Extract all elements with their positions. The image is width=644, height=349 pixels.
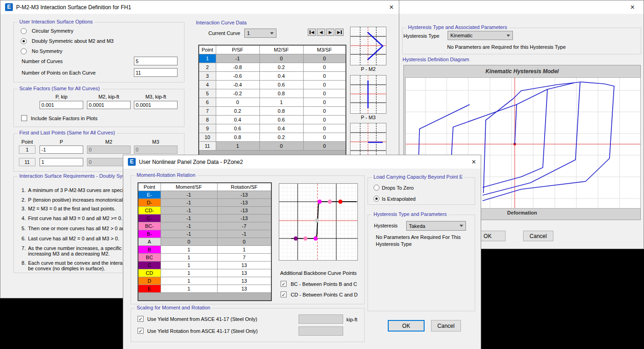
table-row[interactable]: 6010 (199, 98, 346, 107)
row-value-cell[interactable]: -1 (161, 222, 217, 230)
row-point-cell[interactable]: E- (138, 191, 161, 199)
hysteresis-window-titlebar[interactable] (396, 0, 644, 14)
row-value-cell[interactable]: -1 (161, 199, 217, 207)
row-value-cell[interactable]: 0 (303, 142, 346, 151)
hysteresis-type-select[interactable]: Kinematic (448, 31, 513, 40)
row-value-cell[interactable]: 0.6 (259, 81, 303, 89)
row-value-cell[interactable]: 0.8 (259, 107, 303, 116)
row-value-cell[interactable]: 0 (161, 238, 217, 246)
bc-points-checkbox[interactable]: ✓ (281, 281, 287, 287)
table-row[interactable]: CD113 (138, 269, 271, 277)
table-row[interactable]: E--1-13 (138, 191, 271, 199)
row-value-cell[interactable]: -0.8 (216, 63, 259, 72)
radio-drops-to-zero[interactable] (374, 185, 380, 191)
table-row[interactable]: C--1-13 (138, 215, 271, 222)
row-value-cell[interactable]: 0.2 (216, 107, 259, 116)
row-value-cell[interactable]: 0 (217, 238, 271, 246)
row-value-cell[interactable]: 1 (217, 246, 271, 254)
row-point-cell[interactable]: 4 (199, 81, 216, 89)
cd-points-checkbox[interactable]: ✓ (281, 291, 287, 297)
row-value-cell[interactable]: 1 (161, 277, 217, 285)
row-value-cell[interactable]: 0.4 (216, 116, 259, 124)
row-value-cell[interactable]: 0 (303, 124, 346, 133)
row-value-cell[interactable]: 0.6 (216, 124, 259, 133)
row-value-cell[interactable]: -0.2 (216, 89, 259, 98)
num-points-input[interactable]: 11 (134, 68, 178, 77)
row-point-cell[interactable]: 3 (199, 72, 216, 81)
row-point-cell[interactable]: A (138, 238, 161, 246)
nav-prev-button[interactable]: ◀ (317, 29, 325, 36)
row-point-cell[interactable]: BC- (138, 222, 161, 230)
table-row[interactable]: 3-0.60.40 (199, 72, 346, 81)
row-value-cell[interactable]: 0 (303, 89, 346, 98)
row-value-cell[interactable]: -13 (217, 215, 271, 222)
row-value-cell[interactable]: -1 (161, 215, 217, 222)
row-value-cell[interactable]: 0.4 (259, 124, 303, 133)
row-value-cell[interactable]: 0 (303, 72, 346, 81)
row-value-cell[interactable]: 0.8 (216, 133, 259, 142)
row-point-cell[interactable]: D (138, 277, 161, 285)
table-row[interactable]: 1-100 (199, 54, 346, 63)
radio-no-symmetry[interactable] (21, 48, 27, 54)
table-row[interactable]: 2-0.80.20 (199, 63, 346, 72)
row-point-cell[interactable]: D- (138, 199, 161, 207)
row-value-cell[interactable]: -13 (217, 207, 271, 215)
close-icon[interactable]: × (468, 157, 479, 167)
radio-doubly-symmetric[interactable] (21, 38, 27, 44)
p-last-input[interactable]: 1 (40, 158, 83, 166)
table-row[interactable]: C113 (138, 262, 271, 269)
table-row[interactable]: CD--1-13 (138, 207, 271, 215)
row-point-cell[interactable]: CD (138, 269, 161, 277)
row-value-cell[interactable]: 0 (303, 107, 346, 116)
row-point-cell[interactable]: B (138, 246, 161, 254)
hysteresis-select[interactable]: Takeda (406, 221, 466, 231)
row-value-cell[interactable]: -1 (161, 207, 217, 215)
include-scale-checkbox[interactable] (21, 115, 27, 121)
row-value-cell[interactable]: -13 (217, 199, 271, 207)
scale-m3-input[interactable]: 0.0001 (134, 101, 178, 109)
row-value-cell[interactable]: 0 (303, 81, 346, 89)
row-value-cell[interactable]: 13 (217, 269, 271, 277)
row-value-cell[interactable]: 13 (217, 262, 271, 269)
table-row[interactable]: E113 (138, 285, 271, 293)
table-row[interactable]: D--1-13 (138, 199, 271, 207)
row-point-cell[interactable]: C (138, 262, 161, 269)
close-icon[interactable]: × (627, 2, 638, 12)
row-point-cell[interactable]: B- (138, 230, 161, 238)
yield-moment-checkbox[interactable]: ✓ (138, 316, 144, 322)
table-row[interactable]: BC17 (138, 254, 271, 262)
row-value-cell[interactable]: -0.6 (216, 72, 259, 81)
row-value-cell[interactable]: 1 (161, 254, 217, 262)
row-value-cell[interactable]: 1 (259, 98, 303, 107)
current-curve-select[interactable]: 1 (244, 29, 276, 38)
row-value-cell[interactable]: 0 (303, 133, 346, 142)
row-value-cell[interactable]: 0 (259, 142, 303, 151)
row-value-cell[interactable]: -13 (217, 191, 271, 199)
row-value-cell[interactable]: -1 (217, 230, 271, 238)
row-point-cell[interactable]: BC (138, 254, 161, 262)
row-value-cell[interactable]: 0.2 (259, 63, 303, 72)
row-value-cell[interactable]: 0 (259, 54, 303, 63)
row-value-cell[interactable]: 1 (161, 246, 217, 254)
scale-m2-input[interactable]: 0.0001 (87, 101, 131, 109)
yield-rotation-checkbox[interactable]: ✓ (138, 328, 144, 334)
row-point-cell[interactable]: E (138, 285, 161, 293)
row-point-cell[interactable]: 6 (199, 98, 216, 107)
cancel-button[interactable]: Cancel (431, 320, 461, 332)
row-value-cell[interactable]: 1 (216, 142, 259, 151)
row-value-cell[interactable]: 0 (303, 116, 346, 124)
table-row[interactable]: 90.60.40 (199, 124, 346, 133)
row-value-cell[interactable]: 13 (217, 277, 271, 285)
table-row[interactable]: 5-0.20.80 (199, 89, 346, 98)
pm2m3-titlebar[interactable]: E P-M2-M3 Interaction Surface Definition… (0, 0, 399, 14)
table-row[interactable]: 80.40.60 (199, 116, 346, 124)
table-row[interactable]: BC--1-7 (138, 222, 271, 230)
row-point-cell[interactable]: 1 (199, 54, 216, 63)
table-row[interactable]: B11 (138, 246, 271, 254)
num-curves-input[interactable]: 5 (134, 57, 178, 65)
row-value-cell[interactable]: -1 (161, 191, 217, 199)
table-row[interactable]: 11100 (199, 142, 346, 151)
row-value-cell[interactable]: 13 (217, 285, 271, 293)
pzone2-titlebar[interactable]: E User Nonlinear Panel Zone Data - PZone… (123, 155, 481, 169)
row-point-cell[interactable]: 11 (199, 142, 216, 151)
